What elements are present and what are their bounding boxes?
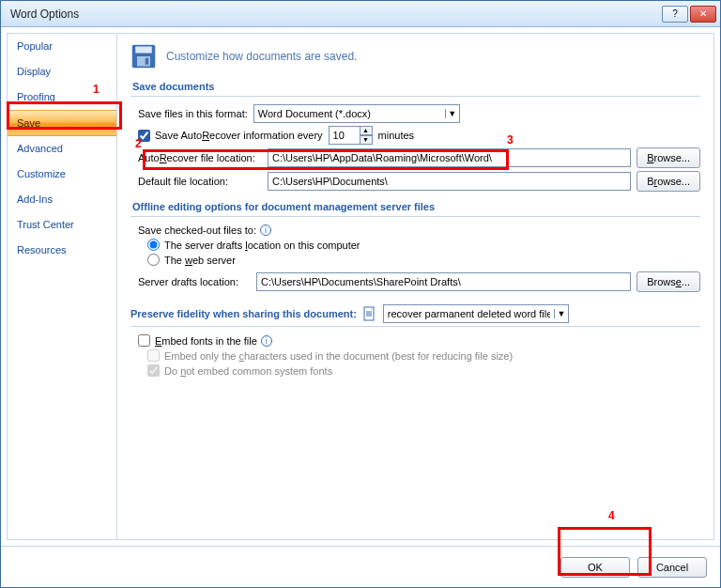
sidebar-item-resources[interactable]: Resources — [8, 238, 116, 263]
sidebar-item-popular[interactable]: Popular — [8, 34, 116, 59]
spin-down-icon[interactable]: ▼ — [360, 135, 373, 145]
autorecover-location-input[interactable] — [268, 148, 631, 167]
spinner-buttons[interactable]: ▲ ▼ — [360, 126, 373, 145]
section-offline: Offline editing options for document man… — [130, 197, 700, 217]
server-drafts-input[interactable] — [256, 272, 631, 291]
preserve-doc-value: recover parmanent deleted word file — [388, 308, 550, 319]
browse-default-button[interactable]: Browse... — [637, 171, 700, 192]
minutes-label: minutes — [378, 130, 415, 141]
section-save-documents: Save documents — [130, 77, 700, 97]
window-controls: ? ✕ — [662, 6, 716, 23]
sidebar-item-save[interactable]: Save — [8, 110, 116, 136]
embed-only-chars-label: Embed only the characters used in the do… — [164, 350, 513, 362]
default-location-input[interactable] — [268, 172, 631, 191]
browse-autorecover-button[interactable]: Browse... — [637, 147, 700, 168]
chevron-down-icon: ▼ — [554, 309, 568, 318]
sidebar-item-proofing[interactable]: Proofing — [8, 85, 116, 110]
autorecover-label: Save AutoRecover information every — [155, 130, 323, 141]
radio-local-label: The server drafts location on this compu… — [164, 240, 360, 251]
ok-button[interactable]: OK — [560, 557, 630, 578]
radio-local-drafts[interactable] — [147, 239, 160, 251]
autorecover-minutes-input[interactable] — [329, 126, 360, 145]
save-format-label: Save files in this format: — [138, 108, 248, 119]
title-bar: Word Options ? ✕ — [1, 1, 720, 27]
sidebar-item-trust-center[interactable]: Trust Center — [8, 212, 116, 238]
embed-fonts-label: Embed fonts in the file — [155, 335, 257, 347]
browse-drafts-button[interactable]: Browse... — [637, 271, 700, 292]
sidebar: Popular Display Proofing Save Advanced C… — [7, 33, 117, 540]
window-title: Word Options — [10, 8, 662, 21]
dialog-body: Popular Display Proofing Save Advanced C… — [1, 27, 720, 546]
autorecover-checkbox[interactable] — [138, 130, 150, 142]
window-root: Word Options ? ✕ Popular Display Proofin… — [0, 0, 721, 588]
info-icon[interactable]: i — [260, 224, 271, 236]
no-common-fonts-checkbox — [147, 364, 160, 377]
no-common-fonts-label: Do not embed common system fonts — [164, 365, 332, 377]
svg-rect-1 — [135, 47, 152, 54]
server-drafts-label: Server drafts location: — [138, 276, 256, 287]
embed-only-chars-checkbox — [147, 349, 160, 362]
content-pane: Customize how documents are saved. Save … — [117, 33, 714, 540]
sidebar-item-customize[interactable]: Customize — [8, 162, 116, 187]
preserve-doc-select[interactable]: recover parmanent deleted word file ▼ — [383, 304, 569, 323]
cancel-button[interactable]: Cancel — [637, 557, 707, 578]
autorecover-minutes-spinner[interactable]: ▲ ▼ — [329, 126, 373, 145]
radio-web-server[interactable] — [147, 254, 160, 266]
document-icon — [362, 306, 377, 321]
save-format-select[interactable]: Word Document (*.docx) ▼ — [253, 104, 460, 123]
default-location-label: Default file location: — [138, 176, 268, 187]
svg-rect-3 — [146, 58, 149, 65]
save-format-value: Word Document (*.docx) — [258, 108, 441, 119]
preserve-label: Preserve fidelity when sharing this docu… — [130, 308, 357, 319]
save-disk-icon — [130, 43, 157, 70]
spin-up-icon[interactable]: ▲ — [360, 126, 373, 135]
sidebar-item-display[interactable]: Display — [8, 59, 116, 85]
help-button[interactable]: ? — [662, 6, 688, 23]
sidebar-item-advanced[interactable]: Advanced — [8, 136, 116, 162]
page-header: Customize how documents are saved. — [130, 43, 700, 70]
info-icon[interactable]: i — [261, 335, 272, 347]
dialog-footer: OK Cancel — [1, 546, 720, 587]
close-button[interactable]: ✕ — [690, 6, 716, 23]
radio-web-label: The web server — [164, 255, 236, 266]
chevron-down-icon: ▼ — [445, 109, 459, 118]
section-preserve: Preserve fidelity when sharing this docu… — [130, 302, 700, 327]
checkout-label: Save checked-out files to: — [138, 224, 256, 236]
sidebar-item-add-ins[interactable]: Add-Ins — [8, 187, 116, 212]
page-header-text: Customize how documents are saved. — [166, 50, 357, 63]
embed-fonts-checkbox[interactable] — [138, 334, 150, 347]
autorecover-location-label: AutoRecover file location: — [138, 152, 268, 163]
